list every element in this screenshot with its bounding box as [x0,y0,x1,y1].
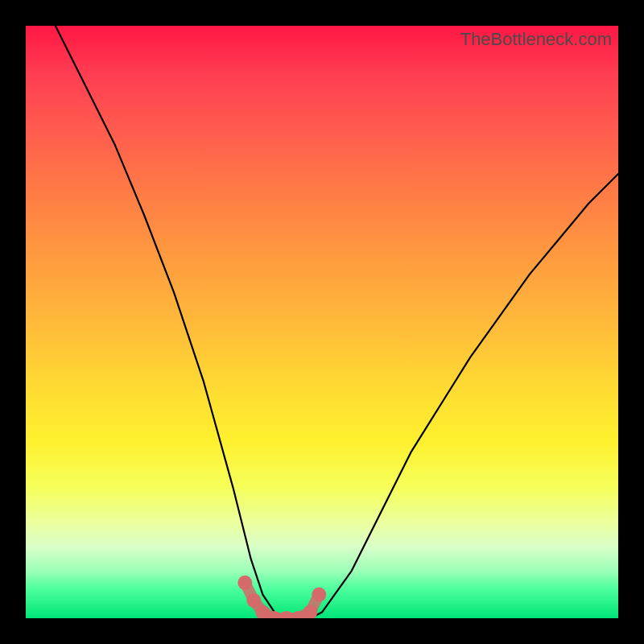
bottleneck-curve-path [56,26,618,618]
trough-marker [312,588,326,602]
plot-area: TheBottleneck.com [26,26,618,618]
chart-frame: TheBottleneck.com [0,0,644,644]
curve-layer [26,26,618,618]
trough-marker [246,593,261,608]
trough-marker [237,576,252,590]
trough-markers-group [237,576,326,618]
